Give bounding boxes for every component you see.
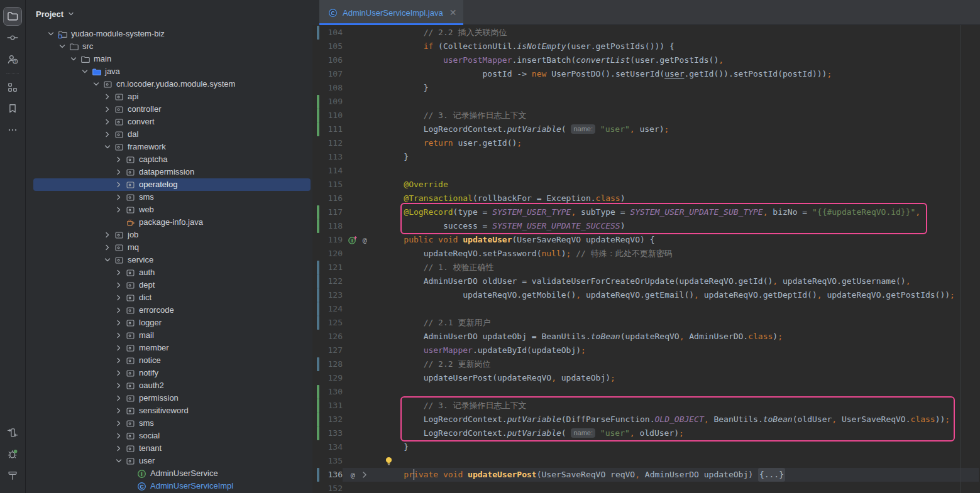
chevron-down-icon[interactable] bbox=[46, 29, 56, 39]
tree-item-java[interactable]: java bbox=[33, 65, 311, 78]
chevron-right-icon[interactable] bbox=[114, 443, 124, 453]
line-number[interactable]: 113 bbox=[312, 150, 343, 164]
tree-item-notify[interactable]: notify bbox=[33, 367, 311, 379]
annotation-gutter-icon[interactable]: @ bbox=[360, 235, 370, 245]
editor-scrollbar[interactable] bbox=[961, 25, 961, 493]
line-number[interactable]: 136 bbox=[312, 468, 343, 482]
tree-item-framework[interactable]: framework bbox=[33, 141, 311, 153]
line-number[interactable]: 132 bbox=[312, 413, 343, 426]
debug-tool-icon[interactable] bbox=[4, 445, 21, 463]
tree-item-web[interactable]: web bbox=[33, 203, 311, 216]
chevron-right-icon[interactable] bbox=[114, 368, 124, 378]
tree-item-dept[interactable]: dept bbox=[33, 279, 311, 291]
chevron-right-icon[interactable] bbox=[114, 192, 124, 202]
editor-tab-adminuserserviceimpl[interactable]: C AdminUserServiceImpl.java ✕ bbox=[319, 0, 463, 25]
line-number[interactable]: 120 bbox=[312, 247, 343, 261]
tree-item-job[interactable]: job bbox=[33, 229, 311, 241]
tree-item-auth[interactable]: auth bbox=[33, 266, 311, 279]
chevron-down-icon[interactable] bbox=[80, 67, 90, 77]
intention-bulb-icon[interactable] bbox=[384, 456, 394, 466]
more-tools-icon[interactable] bbox=[4, 121, 21, 139]
tree-item-errorcode[interactable]: errorcode bbox=[33, 304, 311, 317]
build-tool-icon[interactable] bbox=[4, 467, 21, 484]
chevron-down-icon[interactable] bbox=[69, 54, 79, 64]
tree-item-cn-iocoder-yudao-module-system[interactable]: cn.iocoder.yudao.module.system bbox=[33, 78, 311, 90]
line-number[interactable]: 128 bbox=[312, 357, 343, 371]
code-editor[interactable]: 104 // 2.2 插入关联岗位105 if (CollectionUtil.… bbox=[312, 26, 980, 493]
line-number[interactable]: 108 bbox=[312, 81, 343, 95]
tree-item-src[interactable]: src bbox=[33, 40, 311, 53]
tree-item-member[interactable]: member bbox=[33, 342, 311, 354]
tree-item-adminuserservice[interactable]: IAdminUserService bbox=[33, 467, 311, 480]
chevron-right-icon[interactable] bbox=[102, 230, 113, 240]
chevron-right-icon[interactable] bbox=[114, 393, 124, 403]
line-number[interactable]: 104 bbox=[312, 26, 343, 40]
tree-item-datapermission[interactable]: datapermission bbox=[33, 166, 311, 178]
structure-tool-icon[interactable] bbox=[4, 79, 21, 96]
line-number[interactable]: 118 bbox=[312, 219, 343, 233]
chevron-down-icon[interactable] bbox=[102, 142, 113, 152]
chevron-right-icon[interactable] bbox=[114, 167, 124, 177]
chevron-right-icon[interactable] bbox=[114, 318, 124, 328]
tree-item-social[interactable]: social bbox=[33, 430, 311, 442]
line-number[interactable]: 135 bbox=[312, 454, 343, 468]
project-panel-header[interactable]: Project bbox=[36, 6, 75, 21]
chevron-right-icon[interactable] bbox=[114, 154, 124, 165]
tree-item-yudao-module-system-biz[interactable]: yudao-module-system-biz bbox=[33, 28, 311, 40]
line-number[interactable]: 111 bbox=[312, 122, 343, 136]
line-number[interactable]: 112 bbox=[312, 136, 343, 150]
line-number[interactable]: 134 bbox=[312, 440, 343, 454]
tree-item-sms[interactable]: sms bbox=[33, 417, 311, 430]
chevron-down-icon[interactable] bbox=[114, 456, 124, 466]
line-number[interactable]: 106 bbox=[312, 53, 343, 67]
tree-item-service[interactable]: service bbox=[33, 254, 311, 266]
implements-gutter-icon[interactable]: I bbox=[348, 235, 358, 245]
chevron-right-icon[interactable] bbox=[114, 293, 124, 303]
tree-item-mq[interactable]: mq bbox=[33, 241, 311, 254]
tree-item-convert[interactable]: convert bbox=[33, 116, 311, 128]
line-number[interactable]: 107 bbox=[312, 67, 343, 81]
line-number[interactable]: 119 bbox=[312, 233, 343, 247]
chevron-right-icon[interactable] bbox=[102, 117, 113, 127]
editor-area[interactable]: C AdminUserServiceImpl.java ✕ 104 // 2.2… bbox=[312, 0, 980, 493]
help-users-tool-icon[interactable]: ? bbox=[4, 50, 21, 68]
line-number[interactable]: 130 bbox=[312, 385, 343, 399]
tree-item-user[interactable]: user bbox=[33, 455, 311, 467]
chevron-right-icon[interactable] bbox=[114, 343, 124, 353]
line-number[interactable]: 133 bbox=[312, 426, 343, 440]
chevron-right-icon[interactable] bbox=[114, 381, 124, 391]
chevron-down-icon[interactable] bbox=[91, 79, 101, 89]
tree-item-oauth2[interactable]: oauth2 bbox=[33, 379, 311, 392]
tree-item-main[interactable]: main bbox=[33, 53, 311, 65]
chevron-right-icon[interactable] bbox=[114, 418, 124, 428]
line-number[interactable]: 115 bbox=[312, 178, 343, 192]
line-number[interactable]: 124 bbox=[312, 302, 343, 316]
chevron-right-icon[interactable] bbox=[114, 180, 124, 190]
bookmarks-tool-icon[interactable] bbox=[4, 100, 21, 117]
line-number[interactable]: 126 bbox=[312, 330, 343, 344]
tree-item-tenant[interactable]: tenant bbox=[33, 442, 311, 455]
tree-item-logger[interactable]: logger bbox=[33, 317, 311, 329]
chevron-right-icon[interactable] bbox=[114, 205, 124, 215]
line-number[interactable]: 110 bbox=[312, 109, 343, 122]
line-number[interactable]: 117 bbox=[312, 205, 343, 219]
line-number[interactable]: 121 bbox=[312, 261, 343, 274]
chevron-right-icon[interactable] bbox=[114, 406, 124, 416]
tree-item-captcha[interactable]: captcha bbox=[33, 153, 311, 166]
tree-item-operatelog[interactable]: operatelog bbox=[33, 178, 311, 191]
chevron-right-icon[interactable] bbox=[114, 330, 124, 340]
line-number[interactable]: 129 bbox=[312, 371, 343, 385]
tree-item-sms[interactable]: sms bbox=[33, 191, 311, 203]
tree-item-permission[interactable]: permission bbox=[33, 392, 311, 404]
chevron-right-icon[interactable] bbox=[114, 280, 124, 290]
chevron-right-icon[interactable] bbox=[102, 129, 113, 139]
line-number[interactable]: 127 bbox=[312, 344, 343, 357]
annotation-gutter-icon[interactable]: @ bbox=[348, 470, 358, 480]
chevron-right-icon[interactable] bbox=[114, 431, 124, 441]
folded-code-chip[interactable]: {...} bbox=[758, 468, 785, 482]
chevron-right-icon[interactable] bbox=[102, 242, 113, 252]
line-number[interactable]: 152 bbox=[312, 482, 343, 493]
tree-item-package-info-java[interactable]: package-info.java bbox=[33, 216, 311, 229]
chevron-right-icon[interactable] bbox=[114, 305, 124, 315]
services-tool-icon[interactable] bbox=[4, 424, 21, 442]
